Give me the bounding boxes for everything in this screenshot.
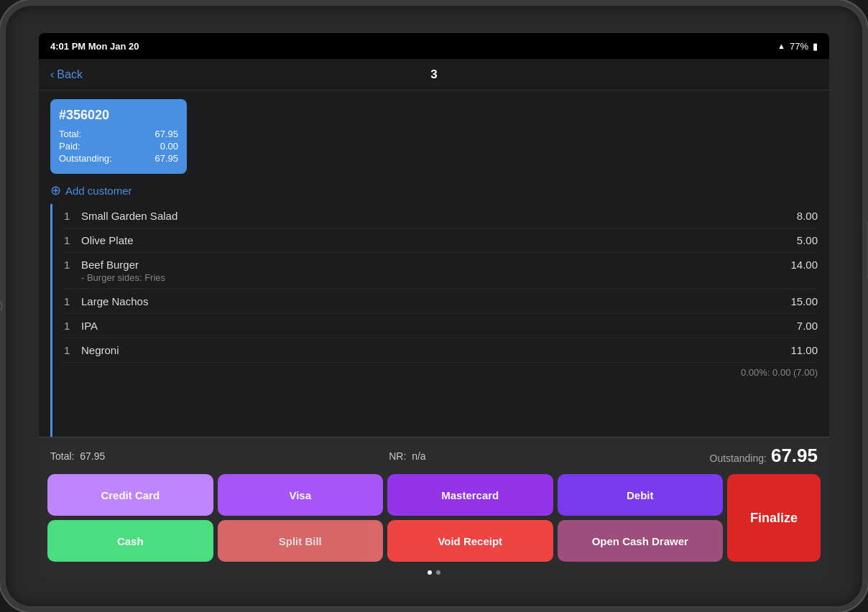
total-label: Total: xyxy=(59,129,81,139)
item-name: Large Nachos xyxy=(81,295,782,307)
nav-bar: ‹ Back 3 xyxy=(39,59,829,91)
home-button[interactable] xyxy=(0,300,3,312)
item-price: 14.00 xyxy=(782,259,818,271)
discount-row: 0.00%: 0.00 (7.00) xyxy=(64,363,818,382)
order-card[interactable]: #356020 Total: 67.95 Paid: 0.00 Outstand… xyxy=(50,99,187,174)
nr-label: NR: xyxy=(389,450,409,462)
total-bar-label: Total: xyxy=(50,450,77,462)
screen: 4:01 PM Mon Jan 20 ▲ 77% ▮ ‹ Back 3 #356… xyxy=(39,33,829,579)
status-time: 4:01 PM Mon Jan 20 xyxy=(50,41,139,52)
item-name: IPA xyxy=(81,320,782,332)
status-right: ▲ 77% ▮ xyxy=(777,41,818,52)
credit-card-button[interactable]: Credit Card xyxy=(47,474,213,516)
totals-bar: Total: 67.95 NR: n/a Outstanding: 67.95 xyxy=(39,437,829,474)
nr-value: n/a xyxy=(412,450,425,462)
order-items-list: 1 Small Garden Salad 8.00 1 Olive Plate xyxy=(50,204,829,437)
table-row: 1 Olive Plate 5.00 xyxy=(64,228,818,253)
payment-col-3: Mastercard Void Receipt xyxy=(387,474,553,562)
outstanding-label: Outstanding: xyxy=(59,153,112,164)
mastercard-button[interactable]: Mastercard xyxy=(387,474,553,516)
order-outstanding-row: Outstanding: 67.95 xyxy=(59,153,178,164)
status-bar: 4:01 PM Mon Jan 20 ▲ 77% ▮ xyxy=(39,33,829,59)
payment-col-2: Visa Split Bill xyxy=(218,474,384,562)
add-customer-label: Add customer xyxy=(65,185,132,197)
order-section: #356020 Total: 67.95 Paid: 0.00 Outstand… xyxy=(39,91,829,579)
payment-buttons: Credit Card Cash Visa Split Bill Masterc… xyxy=(39,474,829,567)
chevron-left-icon: ‹ xyxy=(50,68,54,81)
item-name: Beef Burger - Burger sides: Fries xyxy=(81,259,782,283)
order-paid-row: Paid: 0.00 xyxy=(59,141,178,152)
wifi-icon: ▲ xyxy=(777,42,785,50)
item-qty: 1 xyxy=(64,234,81,246)
order-number: #356020 xyxy=(59,108,178,123)
battery-percent: 77% xyxy=(790,41,808,52)
outstanding-summary: Outstanding: 67.95 xyxy=(710,445,818,467)
item-qty: 1 xyxy=(64,259,81,271)
item-price: 5.00 xyxy=(782,234,818,246)
item-name: Negroni xyxy=(81,344,782,356)
nr-summary: NR: n/a xyxy=(389,450,425,462)
plus-circle-icon: ⊕ xyxy=(50,182,61,198)
finalize-button[interactable]: Finalize xyxy=(727,474,821,562)
table-row: 1 Negroni 11.00 xyxy=(64,338,818,363)
item-name: Olive Plate xyxy=(81,234,782,246)
payment-col-1: Credit Card Cash xyxy=(47,474,213,562)
back-button[interactable]: ‹ Back xyxy=(50,68,83,81)
dot-1 xyxy=(428,570,432,575)
outstanding-bar-value: 67.95 xyxy=(771,445,818,467)
main-content: #356020 Total: 67.95 Paid: 0.00 Outstand… xyxy=(39,91,829,579)
nav-title: 3 xyxy=(430,68,437,82)
paid-label: Paid: xyxy=(59,141,80,152)
table-row: 1 IPA 7.00 xyxy=(64,314,818,338)
add-customer-row: ⊕ Add customer xyxy=(39,174,829,204)
cash-button[interactable]: Cash xyxy=(47,520,213,562)
item-price: 11.00 xyxy=(782,344,818,356)
split-bill-button[interactable]: Split Bill xyxy=(218,520,384,562)
table-row: 1 Beef Burger - Burger sides: Fries 14.0… xyxy=(64,253,818,289)
total-value: 67.95 xyxy=(154,129,178,139)
items-container: 1 Small Garden Salad 8.00 1 Olive Plate xyxy=(39,204,829,437)
void-receipt-button[interactable]: Void Receipt xyxy=(387,520,553,562)
outstanding-bar-label: Outstanding: xyxy=(710,453,767,464)
table-row: 1 Small Garden Salad 8.00 xyxy=(64,204,818,228)
battery-icon: ▮ xyxy=(813,41,818,52)
visa-button[interactable]: Visa xyxy=(218,474,384,516)
finalize-col: Finalize xyxy=(727,474,821,562)
outstanding-value: 67.95 xyxy=(154,153,178,164)
item-name: Small Garden Salad xyxy=(81,210,782,222)
open-cash-drawer-button[interactable]: Open Cash Drawer xyxy=(558,520,724,562)
debit-button[interactable]: Debit xyxy=(558,474,724,516)
total-summary: Total: 67.95 xyxy=(50,450,105,462)
device: 4:01 PM Mon Jan 20 ▲ 77% ▮ ‹ Back 3 #356… xyxy=(0,0,868,612)
order-cards-row: #356020 Total: 67.95 Paid: 0.00 Outstand… xyxy=(39,91,829,174)
item-qty: 1 xyxy=(64,344,81,356)
dot-2 xyxy=(436,570,440,575)
footer: Total: 67.95 NR: n/a Outstanding: 67.95 xyxy=(39,437,829,579)
order-total-row: Total: 67.95 xyxy=(59,129,178,139)
total-bar-value: 67.95 xyxy=(80,450,105,462)
item-qty: 1 xyxy=(64,210,81,222)
item-price: 15.00 xyxy=(782,295,818,307)
item-qty: 1 xyxy=(64,295,81,307)
page-dots xyxy=(39,567,829,579)
item-qty: 1 xyxy=(64,320,81,332)
payment-col-4: Debit Open Cash Drawer xyxy=(558,474,724,562)
item-price: 8.00 xyxy=(782,210,818,222)
item-price: 7.00 xyxy=(782,320,818,332)
item-sub: - Burger sides: Fries xyxy=(81,272,782,283)
table-row: 1 Large Nachos 15.00 xyxy=(64,289,818,314)
paid-value: 0.00 xyxy=(160,141,178,152)
back-label: Back xyxy=(57,68,83,81)
add-customer-button[interactable]: ⊕ Add customer xyxy=(50,182,818,198)
